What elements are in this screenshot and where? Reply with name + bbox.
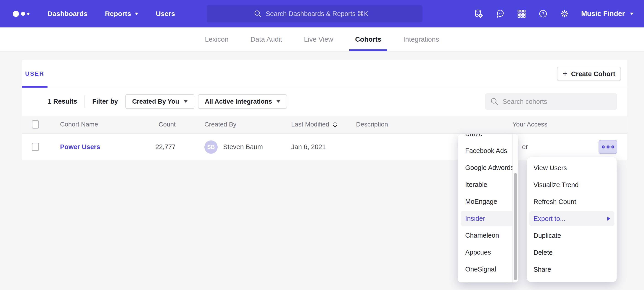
mixpanel-logo-icon[interactable] bbox=[13, 11, 35, 17]
more-dots-icon bbox=[611, 146, 614, 149]
submenu-item-label: Braze bbox=[465, 134, 482, 138]
create-cohort-label: Create Cohort bbox=[571, 70, 615, 78]
nav-link-label: Reports bbox=[105, 10, 131, 18]
submenu-arrow-icon bbox=[607, 217, 610, 221]
apps-grid-button[interactable] bbox=[511, 0, 532, 28]
tab-user-cohorts[interactable]: USER bbox=[22, 60, 48, 87]
last-modified-cell: Jan 6, 2021 bbox=[291, 133, 326, 160]
more-dots-icon bbox=[606, 146, 610, 149]
tab-lexicon[interactable]: Lexicon bbox=[194, 28, 239, 51]
column-header-description[interactable]: Description bbox=[356, 116, 388, 133]
cohort-count: 22,777 bbox=[132, 133, 176, 160]
submenu-item-appcues[interactable]: Appcues bbox=[458, 244, 518, 261]
nav-link-users[interactable]: Users bbox=[147, 0, 184, 28]
help-circle-icon: ? bbox=[538, 9, 548, 19]
submenu-item-iterable[interactable]: Iterable bbox=[458, 176, 518, 193]
cohort-type-header: USER + Create Cohort bbox=[22, 60, 627, 87]
section-tabbar: Lexicon Data Audit Live View Cohorts Int… bbox=[0, 28, 644, 51]
tab-cohorts[interactable]: Cohorts bbox=[344, 28, 392, 51]
chevron-down-icon bbox=[630, 13, 634, 15]
cohort-name-link[interactable]: Power Users bbox=[60, 143, 100, 151]
menu-item-label: Visualize Trend bbox=[534, 181, 579, 189]
cohort-search[interactable] bbox=[485, 93, 617, 110]
submenu-item-label: OneSignal bbox=[465, 265, 496, 273]
global-search-input[interactable] bbox=[266, 10, 376, 18]
nav-link-label: Dashboards bbox=[48, 10, 88, 18]
cohorts-page: Dashboards Reports Users bbox=[0, 0, 644, 290]
cohorts-card: USER + Create Cohort 1 Results Filter by… bbox=[22, 60, 627, 160]
more-dots-icon bbox=[602, 146, 605, 149]
global-search[interactable] bbox=[207, 5, 422, 22]
create-cohort-button[interactable]: + Create Cohort bbox=[557, 67, 621, 81]
menu-item-label: Duplicate bbox=[534, 232, 561, 239]
menu-item-refresh-count[interactable]: Refresh Count bbox=[527, 193, 616, 210]
help-button[interactable]: ? bbox=[532, 0, 554, 28]
plus-icon: + bbox=[563, 70, 568, 78]
tab-label: Lexicon bbox=[205, 36, 228, 43]
column-header-label: Last Modified bbox=[291, 121, 329, 128]
menu-item-delete[interactable]: Delete bbox=[527, 244, 616, 261]
menu-item-export-to[interactable]: Export to... bbox=[529, 211, 614, 226]
sort-icon bbox=[332, 121, 338, 128]
chevron-down-icon bbox=[184, 100, 188, 103]
primary-nav: Dashboards Reports Users bbox=[39, 0, 184, 28]
data-governance-icon bbox=[474, 9, 484, 19]
apps-grid-icon bbox=[516, 9, 526, 19]
submenu-item-google-adwords[interactable]: Google Adwords bbox=[458, 159, 518, 176]
submenu-item-moengage[interactable]: MoEngage bbox=[458, 193, 518, 210]
submenu-item-insider[interactable]: Insider bbox=[460, 211, 513, 226]
project-switcher[interactable]: Music Finder bbox=[581, 10, 634, 18]
nav-link-reports[interactable]: Reports bbox=[96, 0, 147, 28]
tab-data-audit[interactable]: Data Audit bbox=[240, 28, 293, 51]
submenu-item-label: Iterable bbox=[465, 181, 487, 189]
chevron-down-icon bbox=[276, 100, 280, 103]
submenu-scrollbar-thumb[interactable] bbox=[514, 173, 517, 280]
row-actions-button[interactable] bbox=[598, 140, 617, 154]
feedback-bubble-icon bbox=[495, 9, 505, 19]
settings-button[interactable] bbox=[554, 0, 575, 28]
menu-item-label: Delete bbox=[534, 249, 553, 256]
search-icon bbox=[254, 10, 262, 18]
submenu-item-label: Chameleon bbox=[465, 232, 499, 239]
nav-right-cluster: ? Music Finder bbox=[468, 0, 644, 28]
column-header-count[interactable]: Count bbox=[132, 116, 176, 133]
submenu-item-onesignal[interactable]: OneSignal bbox=[458, 261, 518, 278]
tab-live-view[interactable]: Live View bbox=[293, 28, 344, 51]
project-name: Music Finder bbox=[581, 10, 625, 18]
column-header-name[interactable]: Cohort Name bbox=[60, 116, 98, 133]
data-governance-button[interactable] bbox=[468, 0, 490, 28]
menu-item-label: View Users bbox=[534, 164, 567, 172]
menu-item-share[interactable]: Share bbox=[527, 261, 616, 278]
column-header-created-by[interactable]: Created By bbox=[204, 116, 236, 133]
column-header-last-modified[interactable]: Last Modified bbox=[291, 116, 338, 133]
tab-label: Live View bbox=[304, 36, 333, 43]
cohort-search-input[interactable] bbox=[503, 98, 603, 105]
submenu-item-chameleon[interactable]: Chameleon bbox=[458, 227, 518, 244]
submenu-item-facebook-ads[interactable]: Facebook Ads bbox=[458, 142, 518, 159]
dropdown-value: All Active Integrations bbox=[205, 98, 272, 105]
svg-text:?: ? bbox=[542, 12, 544, 16]
integrations-dropdown[interactable]: All Active Integrations bbox=[198, 94, 287, 109]
created-by-dropdown[interactable]: Created By You bbox=[125, 94, 194, 109]
menu-item-view-users[interactable]: View Users bbox=[527, 160, 616, 176]
search-icon bbox=[490, 97, 498, 106]
submenu-item-label: Appcues bbox=[465, 249, 491, 256]
submenu-item-braze[interactable]: Braze bbox=[458, 134, 518, 142]
results-count: 1 Results bbox=[48, 98, 77, 105]
select-all-checkbox[interactable] bbox=[32, 120, 39, 128]
menu-item-label: Export to... bbox=[534, 215, 566, 223]
feedback-button[interactable] bbox=[490, 0, 511, 28]
nav-link-dashboards[interactable]: Dashboards bbox=[39, 0, 96, 28]
column-header-your-access[interactable]: Your Access bbox=[512, 116, 548, 133]
table-header: Cohort Name Count Created By Last Modifi… bbox=[22, 116, 627, 133]
row-checkbox[interactable] bbox=[32, 143, 39, 151]
tab-label: Integrations bbox=[403, 36, 439, 43]
creator-avatar: SB bbox=[204, 140, 218, 154]
menu-item-visualize-trend[interactable]: Visualize Trend bbox=[527, 176, 616, 193]
menu-item-duplicate[interactable]: Duplicate bbox=[527, 227, 616, 244]
tab-integrations[interactable]: Integrations bbox=[392, 28, 450, 51]
divider bbox=[84, 95, 85, 108]
filter-by-label: Filter by bbox=[92, 98, 118, 105]
export-submenu: Braze Facebook Ads Google Adwords Iterab… bbox=[458, 134, 518, 282]
your-access-value-partial: er bbox=[522, 133, 528, 160]
